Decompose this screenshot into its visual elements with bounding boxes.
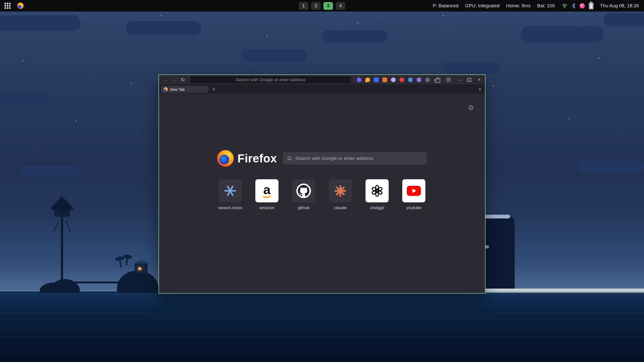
clock: Thu Aug 08, 18:26 [600, 3, 639, 9]
extension-icon-9[interactable] [425, 77, 430, 82]
newtab-search-input[interactable] [295, 155, 423, 161]
shortcuts-row: search.nixos a amazon [218, 179, 426, 210]
landmass [50, 279, 80, 293]
extension-icon-3[interactable] [374, 77, 379, 82]
claude-starburst-icon [335, 185, 346, 197]
hotspot-icon[interactable] [580, 3, 585, 9]
nixos-snowflake-icon [224, 185, 236, 197]
battery-status: Bat: 100 [537, 3, 555, 9]
openai-logo-icon [371, 185, 383, 197]
cloud [0, 94, 50, 105]
extensions-puzzle-icon[interactable] [435, 78, 440, 83]
firefox-window: ← → ↻ – × [158, 74, 486, 294]
watchtower-pole [61, 205, 63, 286]
cloud [604, 13, 644, 26]
shortcut-chatgpt[interactable]: chatgpt [365, 179, 389, 210]
workspace-switcher: 1 2 3 4 [299, 2, 345, 10]
firefox-wordmark: Firefox [237, 152, 277, 165]
cliff-moonlit-top [485, 215, 510, 218]
tab-label: New Tab [170, 87, 185, 92]
cloud [443, 62, 501, 73]
newtab-search-box [283, 152, 427, 165]
back-button[interactable]: ← [162, 76, 170, 83]
shortcut-tile[interactable] [366, 179, 389, 202]
extension-icon-8[interactable] [417, 77, 421, 82]
extension-icon-5[interactable] [391, 77, 396, 82]
palm-tree [126, 258, 128, 265]
extension-toolbar [357, 77, 430, 82]
firefox-favicon [164, 87, 168, 92]
extension-icon-1[interactable] [357, 77, 361, 82]
firefox-taskbar-icon[interactable] [17, 3, 24, 9]
shortcut-label: search.nixos [218, 205, 242, 210]
menu-icon[interactable] [446, 78, 451, 81]
beach-strip [478, 289, 644, 293]
island-left [38, 196, 158, 293]
workspace-button-2[interactable]: 2 [311, 2, 321, 10]
shortcut-amazon[interactable]: a amazon [255, 179, 279, 210]
workspace-button-1[interactable]: 1 [299, 2, 308, 10]
workspace-button-4[interactable]: 4 [336, 2, 345, 10]
amazon-logo-icon: a [262, 184, 272, 198]
system-tray [561, 3, 593, 9]
shortcut-tile[interactable] [292, 179, 315, 202]
shortcut-label: claude [334, 205, 347, 210]
shortcut-search-nixos[interactable]: search.nixos [218, 179, 242, 210]
gpu-status: GPU: Integrated [465, 3, 499, 9]
github-octocat-icon [296, 184, 311, 198]
ping-status: Home: 9ms [506, 3, 531, 9]
watchtower-brace [65, 220, 70, 232]
power-profile-status: P: Balanced [433, 3, 458, 9]
apps-grid-icon[interactable] [5, 3, 6, 4]
new-tab-button[interactable]: + [210, 86, 217, 93]
tab-overflow-chevron-icon[interactable]: ▾ [479, 87, 483, 92]
maximize-icon [467, 78, 471, 82]
shortcut-tile[interactable]: a [255, 179, 278, 202]
tab-bar: New Tab + ▾ [159, 85, 485, 94]
cloud [521, 26, 604, 42]
cloud [126, 21, 201, 35]
shortcut-label: chatgpt [370, 205, 384, 210]
personalize-gear-icon[interactable]: ⚙ [468, 104, 474, 112]
watchtower-brace [54, 220, 59, 232]
maximize-button[interactable] [466, 77, 472, 82]
hut-window-light [138, 267, 141, 270]
hero-row: Firefox [217, 150, 427, 167]
url-input[interactable] [190, 76, 351, 84]
battery-icon[interactable] [589, 3, 593, 9]
shortcut-github[interactable]: github [292, 179, 315, 210]
url-bar [190, 76, 351, 83]
shortcut-tile[interactable] [402, 179, 425, 202]
shortcut-label: youtube [406, 205, 422, 210]
bluetooth-icon[interactable] [572, 3, 576, 9]
amazon-smile-arrow [262, 193, 272, 198]
shortcut-youtube[interactable]: youtube [402, 179, 426, 210]
new-tab-page: ⚙ Firefox search.nixos [159, 94, 485, 293]
topbar-right: P: Balanced GPU: Integrated Home: 9ms Ba… [433, 3, 644, 9]
cloud [579, 161, 644, 172]
extension-icon-2[interactable] [365, 77, 370, 82]
topbar: 1 2 3 4 P: Balanced GPU: Integrated Home… [0, 0, 644, 12]
wifi-icon[interactable] [561, 3, 568, 9]
reload-button[interactable]: ↻ [179, 76, 187, 83]
close-button[interactable]: × [476, 77, 482, 82]
forward-button[interactable]: → [171, 76, 178, 83]
shortcut-claude[interactable]: claude [329, 179, 352, 210]
workspace-button-3-active[interactable]: 3 [324, 2, 333, 10]
extension-icon-6[interactable] [399, 77, 404, 82]
shortcut-label: amazon [259, 205, 274, 210]
hut [135, 263, 148, 273]
extension-icon-7[interactable] [408, 77, 413, 82]
tab-new-tab[interactable]: New Tab [161, 86, 208, 93]
shortcut-tile[interactable] [329, 179, 352, 202]
sea-ripples [0, 294, 644, 362]
extension-icon-4[interactable] [382, 77, 387, 82]
cliff [481, 216, 515, 292]
cloud [20, 166, 80, 177]
shortcut-label: github [298, 205, 309, 210]
minimize-button[interactable]: – [456, 77, 462, 82]
shortcut-tile[interactable] [219, 179, 242, 202]
cloud [322, 30, 387, 43]
window-controls: – × [456, 77, 482, 82]
cloud [242, 49, 307, 61]
